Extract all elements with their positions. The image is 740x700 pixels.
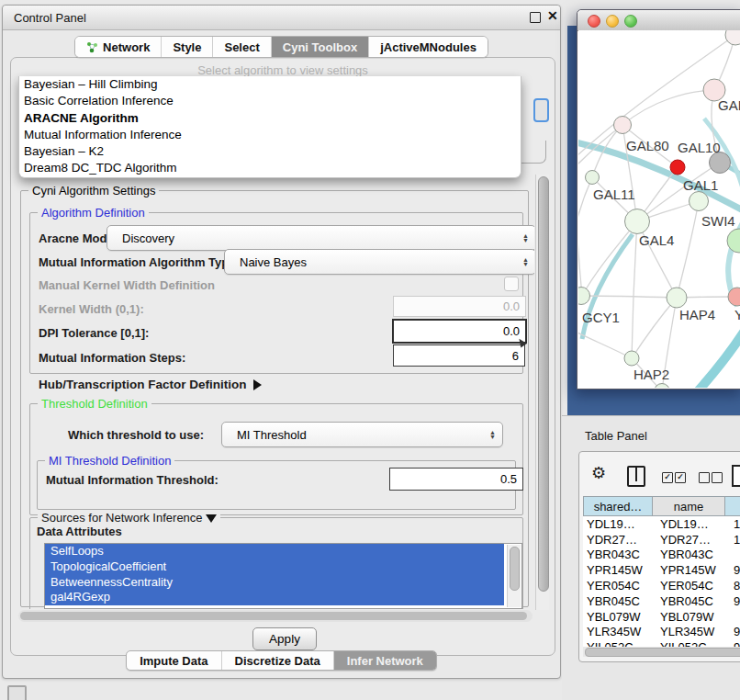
network-node[interactable]: [624, 351, 639, 366]
minimized-panel-icon[interactable]: [7, 685, 27, 700]
float-window-icon[interactable]: [530, 12, 541, 23]
tab-cyni-toolbox[interactable]: Cyni Toolbox: [272, 37, 369, 57]
network-window-titlebar: [577, 10, 740, 31]
algorithm-dropdown-popup: Bayesian – Hill ClimbingBasic Correlatio…: [18, 76, 521, 178]
table-horizontal-scrollbar[interactable]: [583, 647, 740, 657]
which-threshold-combo[interactable]: MI Threshold ▲▼: [221, 422, 503, 447]
table-cell: YLR345W: [655, 625, 730, 638]
aracne-mode-value: Discovery: [122, 231, 174, 245]
table-cell: 9.: [730, 625, 740, 638]
table-row[interactable]: YDL19…YDL19…13: [583, 516, 740, 532]
algorithm-popup-item[interactable]: Bayesian – Hill Climbing: [19, 76, 521, 93]
table-panel-region: Table Panel ⚙ ✓ ✓ shared…nameA YDL19…YDL…: [562, 415, 740, 700]
network-node[interactable]: [655, 384, 670, 389]
table-cell: YIL052C: [583, 640, 655, 647]
tab-infer-network[interactable]: Infer Network: [334, 651, 436, 670]
table-row[interactable]: YBR043CYBR043C: [583, 548, 740, 563]
tab-select[interactable]: Select: [213, 37, 271, 57]
tab-discretize-data[interactable]: Discretize Data: [222, 651, 334, 670]
data-attribute-item[interactable]: gal4RGexp: [45, 590, 504, 605]
network-node[interactable]: [725, 30, 740, 45]
network-node[interactable]: [586, 171, 600, 185]
network-edge: [578, 212, 582, 296]
column-header-A[interactable]: A: [725, 496, 740, 516]
network-edge: [632, 298, 677, 358]
gear-icon[interactable]: ⚙: [591, 465, 606, 481]
apply-button[interactable]: Apply: [252, 627, 317, 650]
algorithm-popup-item[interactable]: ARACNE Algorithm: [19, 110, 521, 127]
select-all-checkbox-icon[interactable]: ✓: [675, 472, 686, 483]
table-cell: YER054C: [655, 579, 730, 593]
data-attributes-list[interactable]: SelfLoopsTopologicalCoefficientBetweenne…: [44, 543, 522, 609]
cyni-settings-area: Cyni Algorithm Settings Algorithm Defini…: [17, 174, 534, 609]
table-row[interactable]: YBL079WYBL079W: [583, 609, 740, 625]
network-node[interactable]: [614, 117, 632, 134]
table-cell: YBR045C: [655, 594, 730, 608]
minimize-traffic-light-icon[interactable]: [606, 15, 619, 28]
mi-algorithm-type-combo[interactable]: Naive Bayes ▲▼: [224, 249, 534, 275]
node-label: GAL: [718, 97, 740, 113]
network-edge: [582, 221, 637, 296]
stepper-icon: ▲▼: [522, 257, 529, 266]
zoom-traffic-light-icon[interactable]: [624, 15, 637, 28]
attribute-list-scrollbar[interactable]: [507, 545, 521, 607]
tab-jactivemnodules[interactable]: jActiveMNodules: [369, 37, 488, 57]
algorithm-popup-item[interactable]: Bayesian – K2: [19, 143, 521, 160]
settings-vertical-scrollbar[interactable]: [535, 175, 549, 610]
column-header-shared[interactable]: shared…: [583, 496, 653, 516]
table-row[interactable]: YIL052CYIL052C9: [583, 639, 740, 647]
network-canvas[interactable]: GALGAL80GAL10GAL1GAL11SWI4GAL4GCY1HAP4YH…: [578, 30, 740, 388]
algorithm-select-placeholder[interactable]: Select algorithm to view settings: [11, 63, 555, 77]
manual-kernel-width-checkbox[interactable]: [504, 277, 519, 291]
deselect-all-checkbox-icon[interactable]: [699, 472, 710, 483]
table-cell: 13: [730, 517, 740, 531]
close-traffic-light-icon[interactable]: [588, 15, 600, 28]
tab-impute-data[interactable]: Impute Data: [127, 651, 221, 670]
aracne-mode-combo[interactable]: Discovery ▲▼: [107, 225, 534, 251]
node-label: HAP4: [679, 307, 715, 322]
table-cell: YPR145W: [655, 563, 730, 577]
which-threshold-label: Which threshold to use:: [68, 428, 204, 442]
network-node[interactable]: [690, 192, 709, 211]
table-cell: 9.: [730, 563, 740, 577]
tab-style[interactable]: Style: [162, 37, 213, 57]
close-icon[interactable]: ✕: [547, 8, 558, 23]
select-all-checkbox-icon[interactable]: ✓: [662, 472, 673, 483]
dpi-tolerance-field[interactable]: 0.0: [392, 319, 527, 344]
algorithm-popup-item[interactable]: Mutual Information Inference: [19, 127, 521, 143]
table-cell: YPR145W: [583, 563, 655, 577]
table-row[interactable]: YBR045CYBR045C9.: [583, 593, 740, 609]
cyni-toolbox-tab-page: Select algorithm to view settings Bayesi…: [10, 57, 555, 656]
table-cell: YDR27…: [583, 533, 655, 547]
column-header-name[interactable]: name: [653, 496, 725, 516]
table-row[interactable]: YER054CYER054C8.: [583, 578, 740, 593]
hub-definition-toggle[interactable]: Hub/Transcription Factor Definition: [39, 378, 262, 391]
network-node[interactable]: [670, 160, 685, 175]
sources-toggle[interactable]: Sources for Network Inference: [38, 511, 220, 525]
network-node[interactable]: [578, 288, 590, 305]
mi-algorithm-type-label: Mutual Information Algorithm Type:: [39, 255, 240, 269]
mi-steps-field[interactable]: 6: [393, 344, 525, 367]
settings-horizontal-scrollbar[interactable]: [18, 610, 533, 622]
table-row[interactable]: YLR345WYLR345W9.: [583, 625, 740, 640]
export-table-icon[interactable]: [731, 464, 740, 488]
data-attribute-item[interactable]: SelfLoops: [45, 544, 504, 559]
data-attribute-item[interactable]: BetweennessCentrality: [45, 575, 504, 591]
algorithm-popup-item[interactable]: Basic Correlation Inference: [19, 93, 521, 109]
kernel-width-label: Kernel Width (0,1):: [39, 302, 144, 316]
table-cell: YIL052C: [655, 640, 730, 647]
node-label: SWI4: [701, 213, 735, 229]
network-node[interactable]: [667, 288, 687, 308]
network-node[interactable]: [625, 209, 650, 234]
table-cell: 9.: [730, 594, 740, 608]
data-attribute-item[interactable]: TopologicalCoefficient: [45, 559, 504, 575]
algorithm-popup-item[interactable]: Dream8 DC_TDC Algorithm: [19, 160, 521, 176]
column-selector-icon[interactable]: [627, 466, 645, 487]
tab-network[interactable]: Network: [75, 37, 162, 57]
table-row[interactable]: YDR27…YDR27…12: [583, 532, 740, 548]
table-row[interactable]: YPR145WYPR145W9.: [583, 562, 740, 578]
mi-threshold-definition-title: MI Threshold Definition: [45, 454, 174, 468]
mi-threshold-field[interactable]: 0.5: [389, 468, 523, 491]
table-cell: YBR043C: [655, 548, 730, 561]
deselect-all-checkbox-icon[interactable]: [712, 472, 723, 483]
